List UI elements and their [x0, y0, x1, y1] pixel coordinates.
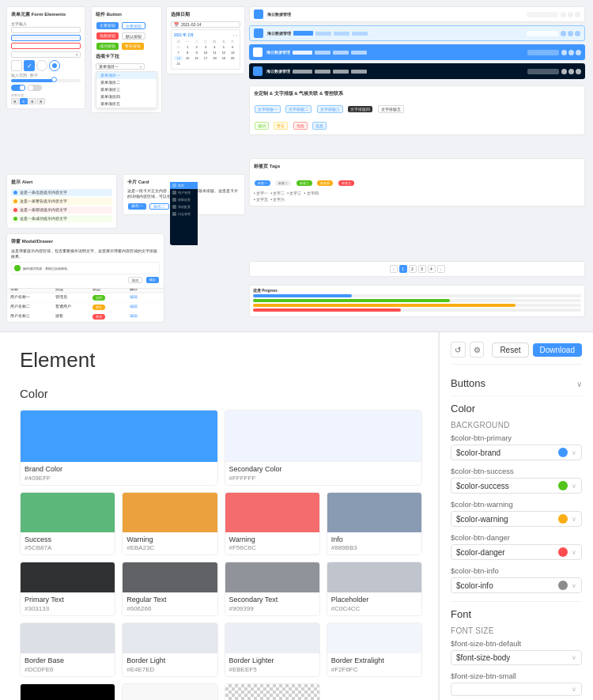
border-color-row: Border Base #DCDFE6 Border Light #E4E7ED… — [20, 622, 422, 677]
preview-nav-white: 海云数据管理 — [249, 6, 585, 22]
color-chevron-danger: ∨ — [572, 549, 576, 556]
border-extralight-value: #F2F6FC — [331, 666, 417, 673]
color-field-danger: $color-btn-danger $color-danger ∨ — [451, 533, 582, 560]
preview-table: 名称 类型 状态 操作 用户名称一 管理员 启用 编辑 用户名称二 普通用户 警… — [6, 285, 164, 323]
brand-color-label-area: Brand Color #409EFF — [21, 462, 217, 485]
font-size-sub-label: Font Size — [451, 626, 582, 635]
color-chevron-info: ∨ — [572, 582, 576, 589]
font-select-default[interactable]: $font-size-body ∨ — [451, 650, 582, 665]
preview-btn-success: 成功按钮 — [96, 43, 119, 50]
preview-btn-warning: 警告按钮 — [122, 43, 144, 50]
settings-icon: ⚙ — [474, 346, 481, 354]
secondary-color-swatch: Secondary Color #FFFFFF — [225, 410, 423, 486]
preview-alerts: 提示 Alert 这是一条信息提示内容文字 这是一条警告提示内容文字 这是一条错… — [6, 174, 117, 229]
placeholder-label: Placeholder — [331, 596, 417, 605]
color-field-danger-value: $color-danger — [456, 548, 554, 557]
regular-text-value: #606266 — [127, 605, 213, 612]
info-swatch: Info #889BB3 — [327, 492, 422, 556]
color-dot-info — [558, 581, 568, 590]
preview-btn-default: 默认按钮 — [122, 32, 145, 40]
preview-form-panel: 表单元素 Form Elements 文字输入 ✓ 输入范围 · 数字 — [6, 6, 85, 109]
preview-button-panel: 组件 Button 主要按钮 次要按钮 危险按钮 默认按钮 成功按钮 警告按钮 … — [91, 6, 162, 113]
color-field-primary-input[interactable]: $color-brand ∨ — [451, 445, 582, 460]
font-select-chevron-small: ∨ — [572, 686, 576, 693]
color-field-primary-value: $color-brand — [456, 448, 554, 457]
secondary-color-value: #FFFFFF — [229, 475, 418, 482]
color-field-danger-name: $color-btn-danger — [451, 533, 582, 542]
brand-color-swatch: Brand Color #409EFF — [20, 410, 218, 486]
panel-font-title: Font — [451, 608, 582, 620]
brand-color-row: Brand Color #409EFF Secondary Color #FFF… — [20, 410, 422, 486]
preview-btn-primary: 主要按钮 — [96, 22, 119, 29]
preview-btn-danger: 危险按钮 — [96, 32, 119, 40]
warning2-value: #F56C6C — [229, 544, 315, 551]
font-field-default-name: $font-size-btn-default — [451, 639, 582, 648]
color-dot-success — [558, 481, 568, 490]
color-field-info-input[interactable]: $color-info ∨ — [451, 577, 582, 593]
preview-btn-ghost: 次要按钮 — [122, 22, 145, 29]
primary-text-swatch: Primary Text #303133 — [20, 562, 115, 616]
main-layout: Element Color Brand Color #409EFF Second… — [0, 332, 593, 700]
preview-tags-title: 标签页 Tags — [254, 163, 580, 170]
color-settings-title: Color — [451, 403, 582, 414]
preview-select — [11, 51, 81, 58]
color-field-warning-name: $color-btn-warning — [451, 500, 582, 509]
preview-dropdown-title: 选项卡下拉 — [96, 53, 157, 60]
border-lighter-value: #EBEEF5 — [229, 666, 315, 673]
color-field-primary: $color-btn-primary $color-brand ∨ — [451, 433, 582, 460]
info-value: #889BB3 — [331, 544, 417, 551]
success-swatch: Success #5CB87A — [20, 492, 115, 556]
preview-radio-checked — [49, 60, 60, 71]
font-field-small-name: $font-size-btn-small — [451, 672, 582, 680]
border-extralight-swatch: Border Extralight #F2F6FC — [327, 622, 422, 677]
warning2-swatch: Warning #F56C6C — [225, 492, 320, 556]
color-chevron-success: ∨ — [572, 482, 576, 490]
secondary-color-label-area: Secondary Color #FFFFFF — [225, 462, 422, 485]
color-field-success-name: $color-btn-success — [451, 467, 582, 475]
brand-color-label: Brand Color — [25, 465, 213, 475]
refresh-icon: ↺ — [455, 346, 461, 354]
color-field-warning-value: $color-warning — [456, 515, 554, 524]
reset-button[interactable]: Reset — [492, 342, 528, 358]
border-base-swatch: Border Base #DCDFE6 — [20, 622, 115, 677]
color-field-primary-name: $color-btn-primary — [451, 433, 582, 442]
preview-radio — [36, 60, 47, 71]
buttons-chevron-icon: ∨ — [576, 380, 582, 388]
preview-canvas: 表单元素 Form Elements 文字输入 ✓ 输入范围 · 数字 — [0, 0, 593, 331]
color-field-success: $color-btn-success $color-success ∨ — [451, 467, 582, 494]
brand-color-value: #409EFF — [25, 475, 213, 482]
border-base-label: Border Base — [25, 656, 111, 666]
refresh-icon-btn[interactable]: ↺ — [451, 342, 466, 358]
bg-black-swatch: Background B #000000 — [20, 683, 115, 700]
font-field-default: $font-size-btn-default $font-size-body ∨ — [451, 639, 582, 665]
warning2-label: Warning — [229, 535, 315, 545]
color-dot-warning — [558, 514, 568, 524]
background-sub-label: Background — [451, 421, 582, 429]
preview-alerts-title: 提示 Alert — [11, 179, 112, 186]
secondary-text-label: Secondary Text — [229, 596, 315, 605]
download-button[interactable]: Download — [533, 343, 582, 357]
settings-icon-btn[interactable]: ⚙ — [470, 342, 485, 358]
color-field-danger-input[interactable]: $color-danger ∨ — [451, 544, 582, 560]
color-settings-section: Color Background $color-btn-primary $col… — [451, 403, 582, 593]
preview-form-title: 表单元素 Form Elements — [11, 11, 81, 18]
secondary-text-swatch: Secondary Text #909399 — [225, 562, 320, 616]
regular-text-swatch: Regular Text #606266 — [122, 562, 217, 616]
font-select-default-value: $font-size-body — [456, 653, 568, 662]
color-field-warning-input[interactable]: $color-warning ∨ — [451, 511, 582, 527]
warning1-swatch: Warning #EBA23C — [122, 492, 217, 556]
buttons-expand-row[interactable]: Buttons ∨ — [451, 373, 582, 396]
preview-tags-section: 标签页 Tags 标签一 标签二 标签三 标签四 标签五 • 文字一 • 文字二… — [249, 158, 585, 206]
color-dot-danger — [558, 547, 568, 557]
text-color-row: Primary Text #303133 Regular Text #60626… — [20, 562, 422, 616]
color-field-success-input[interactable]: $color-success ∨ — [451, 478, 582, 494]
font-select-small[interactable]: ∨ — [451, 683, 582, 696]
color-field-warning: $color-btn-warning $color-warning ∨ — [451, 500, 582, 527]
bg-transparent-swatch: Background Transparent — [225, 683, 320, 700]
border-light-label: Border Light — [127, 656, 213, 666]
warning1-label: Warning — [127, 535, 213, 545]
top-preview-area: 表单元素 Form Elements 文字输入 ✓ 输入范围 · 数字 — [0, 0, 593, 332]
preview-input-1 — [11, 27, 81, 33]
preview-nav-light: 海云数据管理 — [249, 25, 585, 41]
color-field-info-name: $color-btn-info — [451, 566, 582, 575]
